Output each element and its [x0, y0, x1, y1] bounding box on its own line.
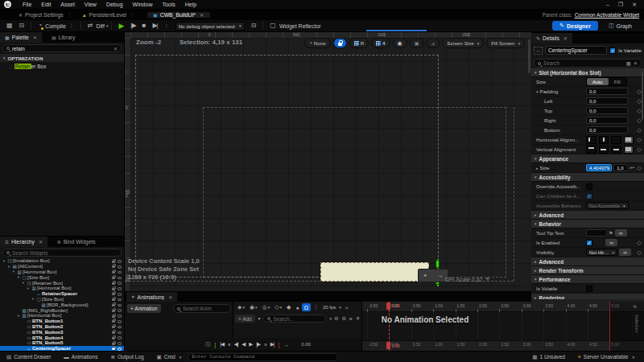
tab-bind-widgets[interactable]: ⊞Bind Widgets: [52, 237, 101, 247]
grid-pill[interactable]: R: [349, 38, 369, 48]
details-section[interactable]: ▸Advanced: [531, 211, 644, 220]
tree-row-btn_button2[interactable]: ▭BTN_Button2: [0, 324, 124, 330]
widget-name-field[interactable]: CenteringSpacer: [545, 46, 607, 55]
keyframe-icon[interactable]: ◆: [287, 304, 291, 311]
unreal-logo-icon[interactable]: U: [4, 1, 11, 8]
advance-frame-icon[interactable]: ▶|: [152, 23, 157, 29]
close-icon[interactable]: ✕: [33, 35, 37, 40]
align-l-button[interactable]: [586, 136, 597, 144]
eye-visibility-icon[interactable]: [118, 309, 122, 312]
list-view-icon[interactable]: ≡: [349, 316, 353, 322]
property-checkbox[interactable]: ✓: [586, 193, 592, 200]
segment-option[interactable]: Fill: [609, 78, 626, 85]
palette-category-optimization[interactable]: ▾OPTIMIZATION: [0, 54, 124, 62]
sequencer-settings-icon[interactable]: ◈▾: [237, 304, 245, 311]
details-section[interactable]: ▾Behavior: [531, 220, 644, 228]
tree-row-bdr_background[interactable]: ▨[BDR_Background]: [0, 302, 124, 307]
link-icon[interactable]: ⊖: [334, 315, 338, 322]
eye-visibility-icon[interactable]: [118, 282, 122, 285]
localize-flag-icon[interactable]: ⚑: [609, 230, 613, 236]
minimize-window-icon[interactable]: –: [606, 2, 609, 8]
details-section[interactable]: ▸Advanced: [531, 257, 644, 266]
eye-visibility-icon[interactable]: [118, 293, 122, 296]
screen-size-pill[interactable]: Screen Size▾: [442, 38, 484, 48]
track-search-input[interactable]: Search...: [263, 315, 326, 323]
more-dots-icon[interactable]: ⋮: [313, 304, 319, 311]
lock-icon[interactable]: [112, 315, 115, 318]
palette-item-retainer-box[interactable]: ∷Retainer Box: [0, 62, 124, 70]
lock-icon[interactable]: [112, 326, 115, 328]
canvas-vscrollbar-thumb[interactable]: [528, 39, 530, 73]
graph-mode-button[interactable]: ◫Graph: [603, 21, 638, 31]
curves-icon[interactable]: ≋: [633, 303, 637, 309]
view-options-icon[interactable]: ◉▾: [250, 304, 258, 311]
details-section[interactable]: ▾Slot (Horizontal Box Slot): [531, 68, 644, 77]
set-end-icon[interactable]: ]: [278, 342, 279, 348]
eye-visibility-icon[interactable]: [118, 342, 122, 345]
tab-animations[interactable]: ✦Animations✕: [126, 292, 177, 302]
diff-icon[interactable]: ⇄: [88, 23, 93, 29]
details-section[interactable]: ▾Appearance: [531, 154, 644, 163]
tree-row-btn_button1[interactable]: ▭BTN_Button1: [0, 319, 124, 324]
play-in-viewport-icon[interactable]: |▶: [130, 23, 135, 29]
bind-chain-icon[interactable]: ∞: [615, 229, 627, 237]
restore-window-icon[interactable]: ❐: [618, 2, 623, 8]
parent-class-link[interactable]: Common Activatable Widget: [575, 12, 639, 18]
animations-button[interactable]: ▬Animations: [57, 354, 104, 360]
add-animation-button[interactable]: + Animation: [127, 304, 161, 313]
segment-option[interactable]: Auto: [587, 78, 609, 85]
value-field[interactable]: 0,0: [586, 97, 628, 105]
compile-options-dots-icon[interactable]: ⋮: [69, 23, 74, 28]
close-icon[interactable]: ✕: [39, 239, 43, 245]
grid-pill[interactable]: 4: [371, 38, 390, 48]
menu-window[interactable]: Window: [128, 2, 158, 7]
clear-search-icon[interactable]: ✕: [114, 46, 118, 51]
hierarchy-search-input[interactable]: Search Widgets: [2, 249, 122, 257]
display-filter-icon[interactable]: ▦: [626, 60, 631, 66]
set-start-icon[interactable]: [: [215, 342, 217, 348]
eye-visibility-icon[interactable]: [118, 265, 122, 269]
lock-icon[interactable]: [112, 282, 115, 285]
align-f-button[interactable]: [624, 136, 634, 144]
playhead-marker-top[interactable]: [386, 302, 390, 310]
zoom-to-fit-pill[interactable]: ◉: [393, 38, 407, 48]
doc-tab-2[interactable]: ▲PersistentLevel: [76, 12, 133, 18]
value-field[interactable]: 0,0: [586, 88, 628, 95]
lock-icon[interactable]: [112, 310, 115, 312]
tree-row-size box[interactable]: ▾▢[Size Box]: [0, 274, 124, 280]
tree-row-horizontal box[interactable]: ▾▥[Horizontal Box]: [0, 269, 124, 275]
lock-icon[interactable]: [112, 343, 115, 345]
tree-row-size box[interactable]: ▾▢[Size Box]: [0, 297, 124, 302]
fill-screen-pill[interactable]: Fill Screen▾: [486, 38, 525, 48]
align-c-button[interactable]: [599, 146, 609, 154]
play-icon[interactable]: ▶: [118, 23, 124, 30]
property-dropdown[interactable]: Not Hit-...▾: [586, 249, 617, 256]
jump-forward-icon[interactable]: »: [264, 342, 266, 348]
reset-to-default-icon[interactable]: ◇: [634, 249, 644, 256]
property-checkbox[interactable]: [586, 183, 592, 190]
animation-search-input[interactable]: Search Anim: [173, 304, 231, 313]
designer-canvas[interactable]: 05001000150005001000Zoom -2Selection: 4,…: [125, 32, 531, 291]
bind-chain-icon[interactable]: ∞: [605, 239, 617, 246]
reset-to-default-icon[interactable]: ◇: [634, 240, 644, 246]
timeline-area[interactable]: -0.50-0.500.000.000.500.501.001.001.501.…: [362, 302, 644, 351]
property-dropdown[interactable]: Not Accessible▾: [586, 202, 629, 209]
size-y-field[interactable]: 1,0: [613, 164, 628, 171]
to-front-icon[interactable]: |◀: [220, 341, 224, 348]
step-back-icon[interactable]: ◀|: [234, 341, 238, 348]
flow-direction-pill[interactable]: ⊿: [426, 38, 440, 48]
curve-editor-icon[interactable]: ≈: [345, 305, 349, 311]
stop-icon[interactable]: ■: [142, 23, 147, 29]
tree-row-invalidation box[interactable]: ▾◳[Invalidation Box]: [0, 258, 124, 264]
reset-to-default-icon[interactable]: ◇: [634, 146, 644, 153]
lock-icon[interactable]: [112, 271, 115, 274]
doc-tab-3[interactable]: ▣CWB_BuildUI*✕: [147, 12, 210, 18]
mask-icon[interactable]: ⊖: [341, 315, 345, 322]
content-drawer-button[interactable]: ▤Content Drawer: [0, 354, 57, 360]
align-l-button[interactable]: [586, 146, 597, 154]
value-field[interactable]: 0,0: [586, 107, 628, 114]
expander-icon[interactable]: ▾: [536, 89, 539, 94]
details-search-input[interactable]: Search▦✳: [534, 59, 642, 68]
tree-row-horizontal box[interactable]: ▾▥[Horizontal Box]: [0, 286, 124, 291]
debug-object-select[interactable]: No debug object selected▾: [175, 22, 245, 31]
